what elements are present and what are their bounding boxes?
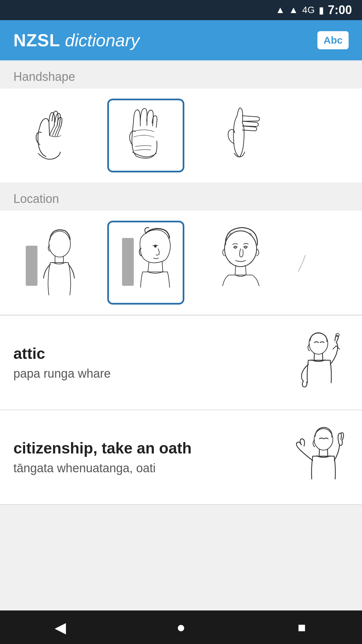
result-translation-attic: papa runga whare xyxy=(13,367,282,381)
result-image-citizenship xyxy=(282,424,349,491)
result-word-attic: attic xyxy=(13,344,282,363)
result-text-citizenship: citizenship, take an oath tāngata whenua… xyxy=(13,439,282,475)
location-item-4[interactable] xyxy=(295,221,322,305)
wifi-icon: ▲ xyxy=(276,5,285,15)
svg-point-1 xyxy=(49,231,70,257)
result-text-attic: attic papa runga whare xyxy=(13,344,282,381)
app-title-bold: NZSL xyxy=(13,30,60,50)
4g-label: 4G xyxy=(302,5,315,15)
handshape-label: Handshape xyxy=(0,60,362,89)
nav-square-button[interactable]: ■ xyxy=(288,614,315,641)
status-icons: ▲ ▲ 4G ▮ 7:00 xyxy=(276,3,352,17)
nav-home-button[interactable]: ● xyxy=(168,614,194,641)
results-container: attic papa runga whare xyxy=(0,316,362,505)
location-item-2[interactable] xyxy=(107,221,184,305)
status-time: 7:00 xyxy=(328,3,352,17)
app-bar: NZSL dictionary Abc xyxy=(0,20,362,60)
result-translation-citizenship: tāngata whenuatanga, oati xyxy=(13,461,282,475)
svg-rect-2 xyxy=(122,238,134,286)
location-item-1[interactable] xyxy=(13,221,90,305)
location-label: Location xyxy=(0,182,362,211)
svg-point-10 xyxy=(314,429,333,450)
handshape-filter-row xyxy=(0,89,362,182)
app-title-italic: dictionary xyxy=(65,30,140,50)
nav-back-button[interactable]: ◀ xyxy=(47,614,74,641)
location-filter-row xyxy=(0,211,362,315)
nav-bar: ◀ ● ■ xyxy=(0,610,362,644)
result-item-citizenship[interactable]: citizenship, take an oath tāngata whenua… xyxy=(0,410,362,505)
abc-button[interactable]: Abc xyxy=(317,31,349,49)
result-item-attic[interactable]: attic papa runga whare xyxy=(0,316,362,410)
svg-rect-0 xyxy=(26,246,38,286)
svg-point-3 xyxy=(155,245,157,247)
app-title: NZSL dictionary xyxy=(13,30,139,50)
signal-icon: ▲ xyxy=(289,5,298,15)
result-image-attic xyxy=(282,329,349,396)
handshape-item-2[interactable] xyxy=(107,99,184,172)
back-icon: ◀ xyxy=(55,619,66,636)
handshape-item-1[interactable] xyxy=(13,99,90,172)
handshape-item-3[interactable] xyxy=(201,99,278,172)
home-icon: ● xyxy=(177,619,186,636)
result-word-citizenship: citizenship, take an oath xyxy=(13,439,282,457)
battery-icon: ▮ xyxy=(319,5,324,16)
status-bar: ▲ ▲ 4G ▮ 7:00 xyxy=(0,0,362,20)
square-icon: ■ xyxy=(298,620,306,635)
location-item-3[interactable] xyxy=(201,221,278,305)
